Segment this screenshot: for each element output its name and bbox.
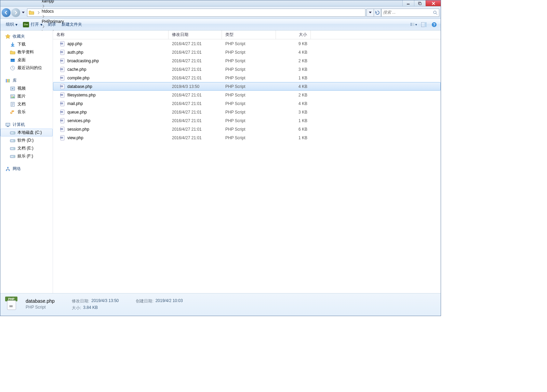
svg-text:php: php — [61, 86, 63, 87]
file-row[interactable]: phpapp.php2016/4/27 21:01PHP Script9 KB — [53, 39, 441, 48]
file-name: broadcasting.php — [67, 58, 99, 63]
svg-point-28 — [14, 132, 14, 133]
svg-text:php: php — [61, 94, 63, 96]
file-name: services.php — [67, 118, 90, 123]
chevron-down-icon: ▾ — [40, 22, 42, 27]
svg-rect-19 — [7, 79, 8, 82]
dreamweaver-icon: Dw — [23, 22, 29, 27]
tree-item[interactable]: 最近访问的位 — [0, 64, 53, 72]
search-input[interactable]: 搜索 ... — [381, 9, 439, 17]
file-row[interactable]: phpservices.php2016/4/27 21:01PHP Script… — [53, 116, 441, 125]
svg-rect-20 — [9, 79, 10, 82]
svg-point-36 — [9, 170, 10, 171]
file-date: 2016/4/27 21:01 — [169, 110, 222, 115]
file-type: PHP Script — [222, 58, 276, 63]
svg-rect-7 — [412, 24, 414, 25]
file-row[interactable]: phpdatabase.php2019/4/3 13:50PHP Script4… — [53, 82, 441, 91]
php-file-icon: php — [60, 118, 65, 123]
col-type[interactable]: 类型 — [222, 30, 276, 39]
svg-text:php: php — [61, 60, 63, 62]
file-size: 9 KB — [276, 41, 311, 46]
file-name: mail.php — [67, 101, 83, 106]
breadcrumb-item[interactable]: xampp — [41, 0, 67, 5]
tree-item[interactable]: 软件 (D:) — [0, 136, 53, 144]
php-file-icon: php — [60, 67, 65, 72]
php-file-icon: php — [60, 84, 65, 89]
svg-text:php: php — [61, 77, 63, 79]
maximize-button[interactable] — [414, 0, 426, 6]
network-icon — [5, 166, 11, 172]
svg-rect-9 — [412, 25, 414, 26]
tree-item[interactable]: 图片 — [0, 92, 53, 100]
file-type: PHP Script — [222, 76, 276, 80]
close-button[interactable] — [426, 0, 441, 6]
address-dropdown[interactable] — [366, 9, 374, 17]
forward-button[interactable] — [11, 8, 20, 17]
file-name: compile.php — [67, 76, 90, 80]
col-name[interactable]: 名称 — [53, 30, 169, 39]
tree-network[interactable]: 网络 — [0, 165, 53, 173]
chevron-down-icon: ▾ — [15, 22, 17, 27]
preview-pane-button[interactable] — [420, 21, 428, 28]
file-type: PHP Script — [222, 110, 276, 115]
file-row[interactable]: phpcache.php2016/4/27 21:01PHP Script3 K… — [53, 65, 441, 74]
navigation-tree[interactable]: 收藏夹 下载教学资料桌面最近访问的位 库 视频图片文档音乐 计算机 本地磁盘 (… — [0, 30, 53, 293]
file-type: PHP Script — [222, 67, 276, 72]
organize-button[interactable]: 组织 ▾ — [3, 21, 20, 28]
tree-item[interactable]: 下载 — [0, 40, 53, 48]
col-size[interactable]: 大小 — [276, 30, 311, 39]
tree-item[interactable]: 视频 — [0, 84, 53, 92]
tree-favorites[interactable]: 收藏夹 — [0, 32, 53, 40]
tree-item[interactable]: 音乐 — [0, 108, 53, 116]
file-row[interactable]: phpcompile.php2016/4/27 21:01PHP Script1… — [53, 74, 441, 82]
file-row[interactable]: phpbroadcasting.php2016/4/27 21:01PHP Sc… — [53, 56, 441, 65]
refresh-button[interactable] — [374, 9, 381, 17]
back-button[interactable] — [2, 8, 11, 17]
tree-item[interactable]: 文档 (E:) — [0, 144, 53, 152]
history-dropdown[interactable] — [21, 12, 26, 14]
file-size: 1 KB — [276, 76, 311, 80]
file-size: 3 KB — [276, 110, 311, 115]
burn-button[interactable]: 刻录 — [45, 21, 59, 28]
file-row[interactable]: phpsession.php2016/4/27 21:01PHP Script6… — [53, 125, 441, 133]
file-type: PHP Script — [222, 118, 276, 123]
svg-text:php: php — [61, 103, 63, 104]
file-row[interactable]: phpauth.php2016/4/27 21:01PHP Script4 KB — [53, 48, 441, 56]
breadcrumb-item[interactable]: htdocs — [41, 8, 67, 15]
col-date[interactable]: 修改日期 — [169, 30, 222, 39]
details-filetype: PHP Script — [26, 305, 55, 310]
star-icon — [5, 34, 11, 39]
help-button[interactable]: ? — [430, 21, 438, 28]
file-size: 6 KB — [276, 127, 311, 132]
file-row[interactable]: phpfilesystems.php2016/4/27 21:01PHP Scr… — [53, 91, 441, 99]
svg-rect-37 — [7, 167, 9, 168]
php-file-icon: php — [60, 101, 65, 106]
file-size: 2 KB — [276, 58, 311, 63]
tree-libraries[interactable]: 库 — [0, 77, 53, 84]
file-name: view.php — [67, 135, 83, 140]
file-name: cache.php — [67, 67, 86, 72]
tree-item[interactable]: 本地磁盘 (C:) — [0, 129, 53, 136]
svg-point-35 — [6, 170, 7, 171]
breadcrumb-sep[interactable] — [36, 11, 41, 14]
tree-item[interactable]: 教学资料 — [0, 48, 53, 56]
view-options-button[interactable]: ▾ — [410, 21, 417, 28]
svg-text:?: ? — [433, 23, 436, 27]
minimize-button[interactable] — [402, 0, 414, 6]
file-row[interactable]: phpmail.php2016/4/27 21:01PHP Script4 KB — [53, 99, 441, 108]
tree-item[interactable]: 桌面 — [0, 56, 53, 64]
tree-item[interactable]: 文档 — [0, 100, 53, 108]
search-icon — [433, 10, 438, 15]
file-type: PHP Script — [222, 84, 276, 89]
address-bar[interactable]: 计算机本地磁盘 (C:)xampphtdocsPHPprimarylaravel… — [27, 9, 365, 17]
tree-item-icon — [10, 50, 15, 55]
file-row[interactable]: phpqueue.php2016/4/27 21:01PHP Script3 K… — [53, 108, 441, 116]
file-row[interactable]: phpview.php2016/4/27 21:01PHP Script1 KB — [53, 133, 441, 142]
open-with-button[interactable]: Dw 打开 ▾ — [20, 21, 45, 28]
tree-item[interactable]: 娱乐 (F:) — [0, 152, 53, 160]
tree-computer[interactable]: 计算机 — [0, 121, 53, 129]
new-folder-button[interactable]: 新建文件夹 — [59, 21, 85, 28]
svg-rect-74 — [7, 300, 16, 310]
breadcrumb-sep[interactable] — [41, 5, 67, 8]
breadcrumb-sep[interactable] — [41, 15, 67, 18]
